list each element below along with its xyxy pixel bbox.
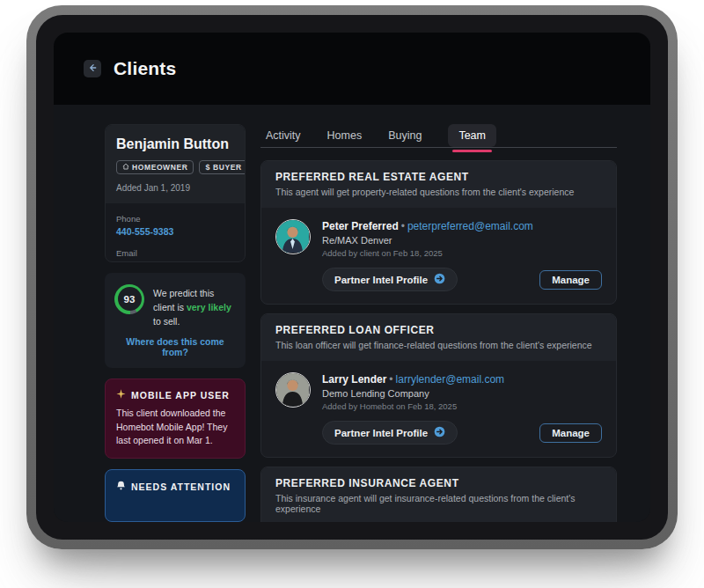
page-title: Clients: [114, 58, 176, 79]
app-screen: Clients Benjamin Button: [54, 33, 650, 522]
back-button[interactable]: [84, 60, 101, 77]
card-actions: Partner Intel Profile Manage: [275, 421, 602, 445]
prediction-explainer-link[interactable]: Where does this come from?: [114, 336, 236, 357]
needs-attention-card: NEEDS ATTENTION: [105, 469, 246, 522]
client-name: Benjamin Button: [116, 136, 234, 152]
client-added-date: Added Jan 1, 2019: [116, 183, 234, 193]
top-bar: Clients: [54, 33, 650, 105]
partner-info: Larry Lender•larrylender@email.com Demo …: [322, 372, 504, 411]
tablet-bezel: Clients Benjamin Button: [36, 15, 668, 540]
card-body: Peter Preferred•peterpreferred@email.com…: [261, 208, 616, 304]
prediction-line-end: to sell.: [153, 316, 180, 327]
house-icon: [122, 163, 129, 172]
partner-intel-profile-button[interactable]: Partner Intel Profile: [322, 268, 458, 291]
bell-icon: [116, 481, 126, 492]
partner-info: Peter Preferred•peterpreferred@email.com…: [322, 219, 533, 258]
buyer-badge-label: BUYER: [213, 163, 242, 172]
tablet-frame: Clients Benjamin Button: [26, 5, 678, 549]
partner-name: Peter Preferred: [322, 220, 399, 232]
prediction-text: We predict this client is very likely to…: [153, 284, 236, 329]
homeowner-badge-label: HOMEOWNER: [132, 163, 187, 172]
phone-link[interactable]: 440-555-9383: [116, 226, 234, 237]
card-header: PREFERRED INSURANCE AGENT This insurance…: [261, 467, 616, 522]
card-body: Larry Lender•larrylender@email.com Demo …: [261, 361, 616, 457]
card-description: This insurance agent will get insurance-…: [275, 493, 602, 514]
tab-activity[interactable]: Activity: [266, 129, 301, 142]
partner-company: Demo Lending Company: [322, 388, 504, 399]
card-title: PREFERRED INSURANCE AGENT: [275, 477, 602, 489]
dot-separator: •: [389, 373, 392, 386]
partner-email-link[interactable]: peterpreferred@email.com: [407, 220, 533, 232]
mobile-card-title-row: MOBILE APP USER: [116, 389, 234, 401]
partner-email-link[interactable]: larrylender@email.com: [396, 373, 505, 386]
card-description: This loan officer will get finance-relat…: [275, 340, 602, 350]
preferred-loan-officer-card: PREFERRED LOAN OFFICER This loan officer…: [260, 313, 617, 458]
partner-row: Larry Lender•larrylender@email.com Demo …: [275, 372, 602, 411]
mobile-card-title: MOBILE APP USER: [131, 390, 230, 401]
partner-name-row: Larry Lender•larrylender@email.com: [322, 373, 504, 386]
mobile-card-body: This client downloaded the Homebot Mobil…: [116, 407, 234, 447]
card-actions: Partner Intel Profile Manage: [275, 268, 602, 291]
manage-button[interactable]: Manage: [539, 423, 602, 443]
preferred-insurance-agent-card: PREFERRED INSURANCE AGENT This insurance…: [260, 467, 617, 522]
prediction-gauge: 93: [114, 284, 144, 314]
card-description: This agent will get property-related que…: [275, 187, 602, 197]
homeowner-badge: HOMEOWNER: [116, 160, 194, 174]
arrow-right-circle-icon: [434, 426, 445, 439]
avatar: [275, 372, 311, 408]
partner-intel-label: Partner Intel Profile: [334, 428, 428, 438]
main-content: Benjamin Button HOMEOWNER $: [54, 105, 650, 522]
card-title: PREFERRED LOAN OFFICER: [275, 324, 602, 336]
email-field: Email exampleEmail@example.com: [116, 248, 234, 262]
arrow-left-icon: [87, 61, 98, 77]
mobile-app-user-card: MOBILE APP USER This client downloaded t…: [105, 379, 246, 459]
buyer-badge: $ BUYER: [199, 160, 246, 174]
card-header: PREFERRED REAL ESTATE AGENT This agent w…: [261, 161, 616, 208]
card-title: PREFERRED REAL ESTATE AGENT: [275, 171, 602, 183]
partner-added-by: Added by Homebot on Feb 18, 2025: [322, 401, 504, 411]
client-summary-card: Benjamin Button HOMEOWNER $: [105, 124, 246, 262]
email-label: Email: [116, 248, 234, 258]
client-card-header: Benjamin Button HOMEOWNER $: [106, 125, 245, 203]
prediction-emphasis: very likely: [187, 302, 231, 312]
phone-label: Phone: [116, 214, 234, 224]
partner-name-row: Peter Preferred•peterpreferred@email.com: [322, 220, 533, 232]
partner-name: Larry Lender: [322, 373, 386, 386]
client-detail-panel: Activity Homes Buying Team PREFERRED REA…: [260, 124, 617, 522]
avatar: [275, 219, 311, 254]
tab-homes[interactable]: Homes: [327, 129, 363, 142]
tab-bar: Activity Homes Buying Team: [260, 124, 617, 148]
sparkle-icon: [116, 389, 126, 401]
client-card-body: Phone 440-555-9383 Email exampleEmail@ex…: [106, 203, 245, 262]
tab-buying[interactable]: Buying: [388, 129, 422, 142]
attention-card-title: NEEDS ATTENTION: [131, 481, 231, 492]
partner-row: Peter Preferred•peterpreferred@email.com…: [275, 219, 602, 258]
partner-company: Re/MAX Denver: [322, 235, 533, 246]
prediction-row: 93 We predict this client is very likely…: [114, 284, 236, 329]
prediction-score: 93: [118, 287, 142, 311]
team-cards: PREFERRED REAL ESTATE AGENT This agent w…: [260, 160, 617, 522]
partner-intel-label: Partner Intel Profile: [334, 275, 428, 285]
sell-prediction-card: 93 We predict this client is very likely…: [105, 273, 246, 369]
preferred-real-estate-agent-card: PREFERRED REAL ESTATE AGENT This agent w…: [260, 160, 617, 305]
email-link[interactable]: exampleEmail@example.com: [116, 261, 234, 262]
manage-button[interactable]: Manage: [539, 270, 602, 290]
client-badges: HOMEOWNER $ BUYER: [116, 160, 234, 174]
tab-team[interactable]: Team: [448, 124, 496, 147]
arrow-right-circle-icon: [434, 273, 445, 286]
dot-separator: •: [401, 220, 405, 232]
phone-field: Phone 440-555-9383: [116, 214, 234, 237]
attention-card-title-row: NEEDS ATTENTION: [116, 481, 234, 492]
partner-added-by: Added by client on Feb 18, 2025: [322, 248, 533, 258]
partner-intel-profile-button[interactable]: Partner Intel Profile: [322, 421, 458, 445]
card-header: PREFERRED LOAN OFFICER This loan officer…: [261, 314, 616, 361]
client-sidebar: Benjamin Button HOMEOWNER $: [105, 124, 246, 522]
dollar-icon: $: [205, 163, 210, 172]
